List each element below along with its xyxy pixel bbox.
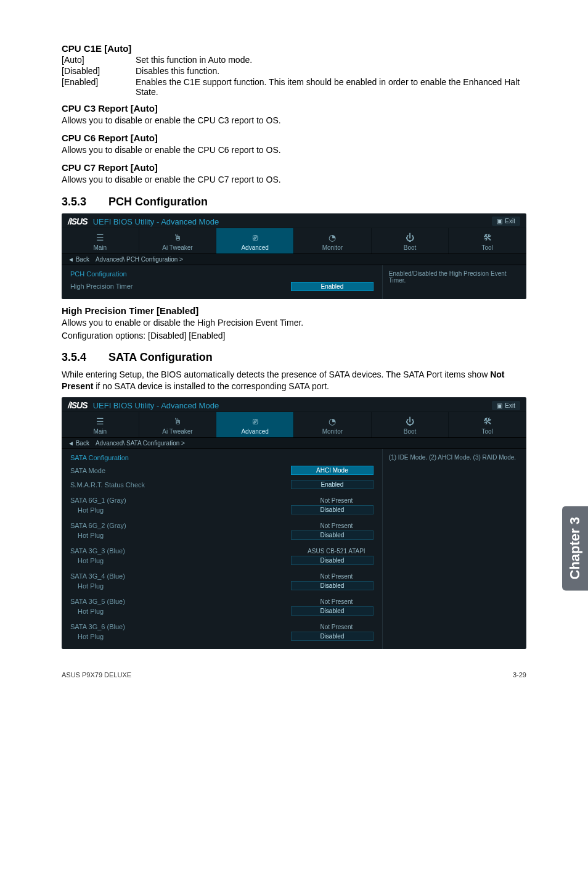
setting-smart-value[interactable]: Enabled <box>291 480 374 489</box>
tab-monitor[interactable]: ◔Monitor <box>294 228 372 254</box>
intro-a: While entering Setup, the BIOS automatic… <box>62 369 490 379</box>
exit-button[interactable]: ▣ Exit <box>492 217 520 226</box>
tool-icon: 🛠 <box>449 232 526 243</box>
sata-port-group: SATA 3G_4 (Blue)Not PresentHot PlugDisab… <box>70 572 374 591</box>
tab-label: Main <box>62 428 139 435</box>
tab-monitor[interactable]: ◔Monitor <box>294 412 372 437</box>
power-icon: ⏻ <box>372 232 449 243</box>
back-button[interactable]: ◄ Back <box>68 256 89 263</box>
list-icon: ☰ <box>62 232 139 243</box>
opt-key: [Enabled] <box>62 77 136 97</box>
sata-hotplug-label[interactable]: Hot Plug <box>70 608 104 615</box>
back-label: Back <box>76 256 89 263</box>
breadcrumb: Advanced\ PCH Configuration > <box>96 256 183 263</box>
sata-port-name: SATA 6G_2 (Gray) <box>70 522 126 529</box>
sata-port-status: Not Present <box>300 598 374 605</box>
body-hpt-1: Allows you to enable or disable the High… <box>62 317 526 329</box>
tab-main[interactable]: ☰Main <box>62 228 139 254</box>
list-icon: ☰ <box>62 416 139 427</box>
sata-hotplug-label[interactable]: Hot Plug <box>70 557 104 564</box>
sata-port-name: SATA 3G_4 (Blue) <box>70 572 125 580</box>
sata-hotplug-label[interactable]: Hot Plug <box>70 582 104 590</box>
tab-label: Advanced <box>216 428 293 435</box>
heading-cpu-c6: CPU C6 Report [Auto] <box>62 133 526 143</box>
body-hpt-2: Configuration options: [Disabled] [Enabl… <box>62 330 526 342</box>
setting-smart[interactable]: S.M.A.R.T. Status Check <box>70 481 145 489</box>
tab-label: Main <box>62 244 139 251</box>
sata-hotplug-value[interactable]: Disabled <box>291 632 374 641</box>
tab-label: Monitor <box>294 244 371 251</box>
gauge-icon: ◔ <box>294 416 371 427</box>
asus-logo: /ISUS <box>68 217 88 226</box>
tab-tool[interactable]: 🛠Tool <box>449 228 526 254</box>
opt-val: Enables the C1E support function. This i… <box>136 77 526 97</box>
asus-logo: /ISUS <box>68 400 88 410</box>
body-c7: Allows you to disable or enable the CPU … <box>62 174 526 186</box>
opt-key: [Auto] <box>62 55 136 65</box>
opt-val: Set this function in Auto mode. <box>136 55 526 65</box>
sata-hotplug-value[interactable]: Disabled <box>291 581 374 590</box>
sata-port-name: SATA 3G_6 (Blue) <box>70 623 125 630</box>
tab-boot[interactable]: ⏻Boot <box>372 228 449 254</box>
tab-ai-tweaker[interactable]: 🖱Ai Tweaker <box>139 412 217 437</box>
sata-port-group: SATA 3G_3 (Blue)ASUS CB-521 ATAPIHot Plu… <box>70 547 374 566</box>
tab-label: Ai Tweaker <box>139 244 216 251</box>
panel-heading: SATA Configuration <box>70 454 374 461</box>
intro-b: if no SATA device is installed to the co… <box>93 381 329 391</box>
tab-label: Advanced <box>216 244 293 251</box>
setting-hpt-value[interactable]: Enabled <box>291 282 374 291</box>
heading-cpu-c3: CPU C3 Report [Auto] <box>62 103 526 113</box>
exit-label: Exit <box>505 218 515 225</box>
sata-port-group: SATA 3G_6 (Blue)Not PresentHot PlugDisab… <box>70 622 374 642</box>
chip-icon: ⎚ <box>216 232 293 243</box>
opt-key: [Disabled] <box>62 66 136 76</box>
heading-hpt: High Precision Timer [Enabled] <box>62 305 526 316</box>
tab-main[interactable]: ☰Main <box>62 412 139 437</box>
sata-hotplug-value[interactable]: Disabled <box>291 606 374 616</box>
tab-label: Tool <box>449 244 526 251</box>
sata-port-status: Not Present <box>300 624 374 630</box>
sata-port-name: SATA 3G_3 (Blue) <box>70 547 125 555</box>
body-sata-intro: While entering Setup, the BIOS automatic… <box>62 369 526 392</box>
sata-port-group: SATA 6G_2 (Gray)Not PresentHot PlugDisab… <box>70 521 374 540</box>
sata-hotplug-label[interactable]: Hot Plug <box>70 633 104 640</box>
tab-tool[interactable]: 🛠Tool <box>449 412 526 437</box>
bios-title: UEFI BIOS Utility - Advanced Mode <box>93 401 219 410</box>
tab-label: Monitor <box>294 428 371 435</box>
tab-label: Boot <box>372 428 449 435</box>
chapter-tab: Chapter 3 <box>562 506 588 590</box>
mouse-icon: 🖱 <box>139 416 216 427</box>
body-c6: Allows you to disable or enable the CPU … <box>62 144 526 156</box>
help-panel: (1) IDE Mode. (2) AHCI Mode. (3) RAID Mo… <box>382 449 526 649</box>
sata-hotplug-value[interactable]: Disabled <box>291 505 374 514</box>
tab-advanced[interactable]: ⎚Advanced <box>216 228 294 254</box>
sata-hotplug-label[interactable]: Hot Plug <box>70 506 104 514</box>
exit-icon: ▣ <box>497 402 502 409</box>
gauge-icon: ◔ <box>294 232 371 243</box>
opt-val: Disables this function. <box>136 66 526 76</box>
back-button[interactable]: ◄ Back <box>68 440 89 447</box>
exit-label: Exit <box>505 402 515 409</box>
sata-hotplug-value[interactable]: Disabled <box>291 556 374 565</box>
tab-ai-tweaker[interactable]: 🖱Ai Tweaker <box>139 228 217 254</box>
heading-353: 3.5.3 PCH Configuration <box>62 196 526 208</box>
tool-icon: 🛠 <box>449 416 526 427</box>
mouse-icon: 🖱 <box>139 232 216 243</box>
setting-hpt[interactable]: High Precision Timer <box>70 283 133 290</box>
heading-cpu-c1e: CPU C1E [Auto] <box>62 43 526 54</box>
sata-port-status: Not Present <box>300 573 374 580</box>
exit-button[interactable]: ▣ Exit <box>492 401 520 410</box>
sata-hotplug-value[interactable]: Disabled <box>291 530 374 540</box>
heading-354: 3.5.4 SATA Configuration <box>62 351 526 364</box>
body-c3: Allows you to disable or enable the CPU … <box>62 115 526 126</box>
setting-sata-mode-value[interactable]: AHCI Mode <box>291 466 374 475</box>
setting-sata-mode[interactable]: SATA Mode <box>70 467 105 474</box>
footer-left: ASUS P9X79 DELUXE <box>62 671 131 679</box>
tab-advanced[interactable]: ⎚Advanced <box>216 412 294 437</box>
power-icon: ⏻ <box>372 416 449 427</box>
tab-boot[interactable]: ⏻Boot <box>372 412 449 437</box>
sata-port-status: Not Present <box>300 497 374 504</box>
sata-hotplug-label[interactable]: Hot Plug <box>70 532 104 539</box>
chip-icon: ⎚ <box>216 416 293 427</box>
panel-heading: PCH Configuration <box>70 270 374 278</box>
